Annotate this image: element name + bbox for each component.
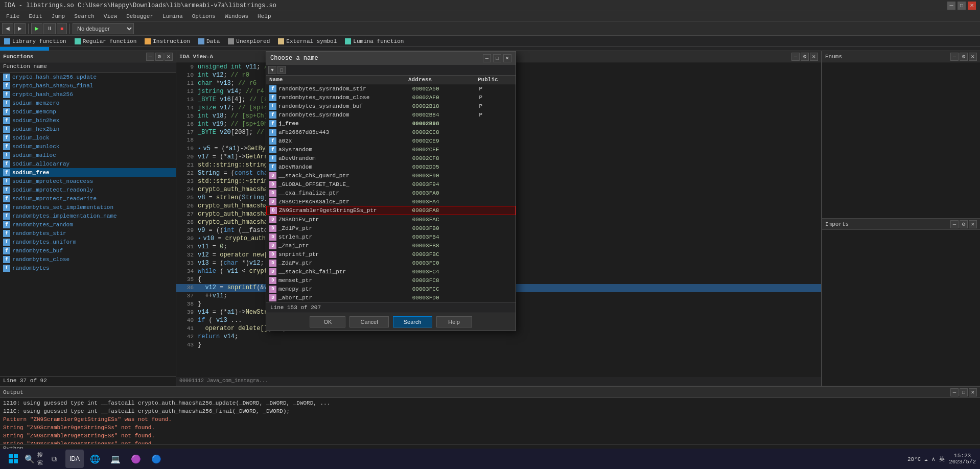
dialog-row-adevrandom[interactable]: f aDevRandom 00002D05 (266, 162, 516, 171)
dialog-row-randombytes-sysrandom-stir[interactable]: f randombytes_sysrandom_stir 00002A50 P (266, 84, 516, 93)
dialog-close[interactable]: ✕ (503, 54, 511, 62)
dialog-row-memset[interactable]: D memset_ptr 00003FC8 (266, 276, 516, 285)
fn-randombytes[interactable]: f randombytes (0, 264, 176, 272)
fn-randombytes-buf[interactable]: f randombytes_buf (0, 246, 176, 255)
close-button[interactable]: ✕ (968, 2, 976, 10)
app-button-1[interactable]: 🟣 (127, 450, 145, 468)
app-button-2[interactable]: 🔵 (147, 450, 166, 468)
fn-sodium-free[interactable]: f sodium_free (0, 168, 176, 177)
dialog-list[interactable]: f randombytes_sysrandom_stir 00002A50 P … (266, 84, 516, 302)
toolbar-back[interactable]: ◀ (2, 23, 13, 34)
functions-panel-close[interactable]: ✕ (165, 53, 173, 61)
dialog-tool-2[interactable]: □ (277, 66, 286, 74)
dialog-row-abort[interactable]: D _abort_ptr 00003FD0 (266, 293, 516, 302)
dialog-maximize[interactable]: □ (493, 54, 501, 62)
start-button[interactable] (4, 450, 22, 468)
fn-sodium-malloc[interactable]: f sodium_malloc (0, 151, 176, 159)
debugger-select[interactable]: No debugger (73, 23, 134, 34)
menu-options[interactable]: Options (188, 12, 220, 20)
enums-settings[interactable]: ⚙ (960, 53, 968, 61)
fn-randombytes-close[interactable]: f randombytes_close (0, 255, 176, 264)
dialog-row-afb[interactable]: f aFb26667d85c443 00002CC8 (266, 128, 516, 136)
fn-sodium-memzero[interactable]: f sodium_memzero (0, 99, 176, 107)
functions-panel-settings[interactable]: ⚙ (155, 53, 164, 61)
imports-minimize[interactable]: ─ (950, 220, 959, 228)
functions-panel-minimize[interactable]: ─ (146, 53, 154, 61)
menu-lumina[interactable]: Lumina (158, 12, 187, 20)
enums-close[interactable]: ✕ (969, 53, 977, 61)
menu-help[interactable]: Help (253, 12, 275, 20)
dialog-row-znssd1ev[interactable]: D ZNSsD1Ev_ptr 00003FAC (266, 215, 516, 224)
ida-view-settings[interactable]: ⚙ (801, 53, 809, 61)
fn-randombytes-set-impl[interactable]: f randombytes_set_implementation (0, 203, 176, 212)
dialog-row-cxa-finalize[interactable]: D __cxa_finalize_ptr 00003FA0 (266, 189, 516, 197)
menu-debugger[interactable]: Debugger (122, 12, 157, 20)
ida-taskbar-btn[interactable]: IDA (65, 450, 84, 468)
maximize-button[interactable]: □ (958, 2, 966, 10)
dialog-row-zdapv[interactable]: D _ZdaPv_ptr 00003FC0 (266, 259, 516, 267)
enums-minimize[interactable]: ─ (950, 53, 959, 61)
fn-sodium-allocarray[interactable]: f sodium_allocarray (0, 159, 176, 168)
dialog-row-randombytes-sysrandom-buf[interactable]: f randombytes_sysrandom_buf 00002B18 P (266, 102, 516, 110)
dialog-row-snprintf[interactable]: D snprintf_ptr 00003FBC (266, 250, 516, 259)
dialog-titlebar[interactable]: Choose a name ─ □ ✕ (266, 52, 516, 65)
dialog-row-adevurandom[interactable]: f aDevUrandom 00002CF8 (266, 154, 516, 162)
output-maximize[interactable]: □ (960, 388, 968, 396)
fn-sodium-memcmp[interactable]: f sodium_memcmp (0, 107, 176, 116)
menu-search[interactable]: Search (70, 12, 99, 20)
output-minimize[interactable]: ─ (950, 388, 959, 396)
dialog-cancel-button[interactable]: Cancel (349, 316, 388, 327)
dialog-row-jfree[interactable]: f j_free 00002B98 (266, 119, 516, 128)
dialog-row-stack-chk-fail[interactable]: D __stack_chk_fail_ptr 00003FC4 (266, 267, 516, 276)
fn-sodium-mprotect-readwrite[interactable]: f sodium_mprotect_readwrite (0, 194, 176, 203)
vscode-button[interactable]: 💻 (106, 450, 125, 468)
toolbar-forward[interactable]: ▶ (14, 23, 26, 34)
menu-jump[interactable]: Jump (48, 12, 69, 20)
dialog-row-zdlpv[interactable]: D _ZdlPv_ptr 00003FB0 (266, 224, 516, 232)
dialog-row-memcpy[interactable]: D memcpy_ptr 00003FCC (266, 285, 516, 293)
fn-crypto-hash-sha256[interactable]: f crypto_hash_sha256 (0, 90, 176, 99)
fn-sodium-mprotect-readonly[interactable]: f sodium_mprotect_readonly (0, 185, 176, 194)
dialog-row-asysrandom[interactable]: f aSysrandom 00002CEE (266, 145, 516, 154)
ida-view-close[interactable]: ✕ (810, 53, 818, 61)
dialog-row-randombytes-sysrandom-close[interactable]: f randombytes_sysrandom_close 00002AF0 P (266, 93, 516, 102)
fn-crypto-hash-sha256-final[interactable]: f crypto_hash_sha256_final (0, 81, 176, 90)
dialog-row-znssc1[interactable]: D ZNSsC1EPKcRKSalcE_ptr 00003FA4 (266, 197, 516, 206)
menu-windows[interactable]: Windows (221, 12, 252, 20)
fn-randombytes-impl-name[interactable]: f randombytes_implementation_name (0, 212, 176, 220)
ida-view-minimize[interactable]: ─ (791, 53, 800, 61)
dialog-row-a02x[interactable]: f a02x 00002CE9 (266, 136, 516, 145)
menu-edit[interactable]: Edit (25, 12, 46, 20)
imports-settings[interactable]: ⚙ (960, 220, 968, 228)
fn-sodium-lock[interactable]: f sodium_lock (0, 133, 176, 142)
fn-randombytes-random[interactable]: f randombytes_random (0, 220, 176, 229)
fn-randombytes-stir[interactable]: f randombytes_stir (0, 229, 176, 238)
dialog-ok-button[interactable]: OK (310, 316, 345, 327)
imports-close[interactable]: ✕ (969, 220, 977, 228)
dialog-row-randombytes-sysrandom[interactable]: f randombytes_sysrandom 00002B84 P (266, 110, 516, 119)
fn-sodium-munlock[interactable]: f sodium_munlock (0, 142, 176, 151)
fn-randombytes-uniform[interactable]: f randombytes_uniform (0, 238, 176, 246)
fn-sodium-mprotect-noaccess[interactable]: f sodium_mprotect_noaccess (0, 177, 176, 185)
minimize-button[interactable]: ─ (947, 2, 955, 10)
dialog-row-znaj[interactable]: D _Znaj_ptr 00003FB8 (266, 241, 516, 250)
menu-view[interactable]: View (100, 12, 121, 20)
dialog-tool-1[interactable]: ▼ (268, 66, 276, 74)
dialog-search-button[interactable]: Search (393, 316, 432, 327)
output-close[interactable]: ✕ (969, 388, 977, 396)
edge-button[interactable]: 🌐 (86, 450, 104, 468)
dialog-row-strlen[interactable]: D strlen_ptr 00003FB4 (266, 232, 516, 241)
taskview-button[interactable]: ⧉ (45, 450, 63, 468)
toolbar-stop[interactable]: ■ (57, 23, 67, 34)
menu-file[interactable]: File (2, 12, 24, 20)
fn-sodium-hex2bin[interactable]: f sodium_hex2bin (0, 125, 176, 133)
dialog-row-global-offset[interactable]: D _GLOBAL_OFFSET_TABLE_ 00003F94 (266, 180, 516, 189)
fn-sodium-bin2hex[interactable]: f sodium_bin2hex (0, 116, 176, 125)
search-button[interactable]: 🔍 搜索 (25, 450, 43, 468)
dialog-help-button[interactable]: Help (436, 316, 472, 327)
dialog-row-stack-chk-guard[interactable]: D __stack_chk_guard_ptr 00003F90 (266, 171, 516, 180)
toolbar-pause[interactable]: ⏸ (43, 23, 56, 34)
toolbar-run[interactable]: ▶ (31, 23, 42, 34)
dialog-row-zn9scrambler[interactable]: D ZN9Scrambler9getStringESs_ptr 00003FA8 (266, 206, 516, 215)
fn-crypto-hash-sha256-update[interactable]: f crypto_hash_sha256_update (0, 73, 176, 81)
